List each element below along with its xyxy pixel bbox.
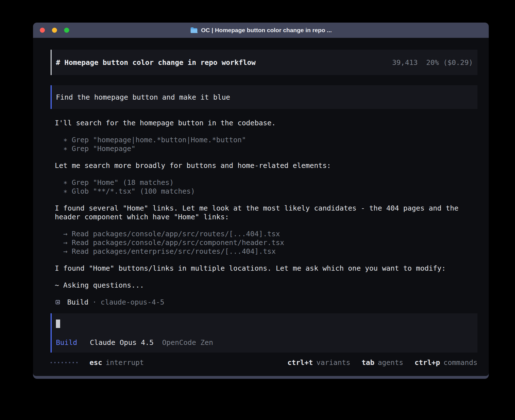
- conversation: I'll search for the homepage button in t…: [51, 119, 477, 307]
- folder-icon: [190, 27, 198, 33]
- provider-label: OpenCode Zen: [162, 338, 213, 347]
- window-title-group: OC | Homepage button color change in rep…: [190, 27, 332, 34]
- status-left: escinterrupt: [51, 358, 144, 367]
- tool-call-glob: ∗ Glob "**/*.tsx" (100 matches): [51, 187, 477, 196]
- user-message-text: Find the homepage button and make it blu…: [56, 93, 230, 101]
- user-message: Find the homepage button and make it blu…: [51, 85, 477, 109]
- tool-call-read: → Read packages/console/app/src/componen…: [51, 238, 477, 247]
- session-stats: 39,413 20% ($0.29): [392, 58, 473, 67]
- agent-name: Build: [67, 298, 88, 306]
- shortcut-agents: tabagents: [362, 358, 403, 367]
- input-meta: Build Claude Opus 4.5 OpenCode Zen: [56, 338, 473, 347]
- shortcut-key: ctrl+p: [414, 358, 440, 367]
- terminal-content: # Homepage button color change in repo w…: [33, 38, 489, 376]
- assistant-status-text: ~ Asking questions...: [51, 281, 477, 290]
- terminal-window: OC | Homepage button color change in rep…: [33, 23, 489, 379]
- zoom-button[interactable]: [64, 28, 69, 33]
- traffic-lights: [40, 23, 76, 38]
- shortcut-key: tab: [362, 358, 374, 367]
- build-agent-icon: [56, 300, 60, 304]
- model-label: Claude Opus 4.5: [90, 338, 154, 347]
- status-bar: escinterrupt ctrl+tvariants tabagents ct…: [51, 358, 477, 367]
- shortcut-variants: ctrl+tvariants: [287, 358, 350, 367]
- close-button[interactable]: [40, 28, 45, 33]
- agent-separator: ·: [92, 298, 97, 306]
- shortcut-label: interrupt: [106, 358, 144, 367]
- assistant-text: I found "Home" buttons/links in multiple…: [51, 264, 477, 273]
- shortcut-key: esc: [90, 358, 102, 367]
- tool-call-grep: ∗ Grep "Home" (18 matches): [51, 178, 477, 187]
- input-cursor: [56, 320, 60, 328]
- assistant-text: I'll search for the homepage button in t…: [51, 119, 477, 127]
- agent-model: claude-opus-4-5: [101, 298, 164, 306]
- session-header: # Homepage button color change in repo w…: [51, 50, 477, 75]
- tool-call-read: → Read packages/console/app/src/routes/[…: [51, 229, 477, 238]
- assistant-text: Let me search more broadly for buttons a…: [51, 161, 477, 170]
- shortcut-label: commands: [444, 358, 477, 367]
- mode-label: Build: [56, 338, 77, 347]
- tool-call-grep: ∗ Grep "homepage|home.*button|Home.*butt…: [51, 135, 477, 144]
- shortcut-label: variants: [316, 358, 350, 367]
- prompt-input[interactable]: Build Claude Opus 4.5 OpenCode Zen: [51, 313, 477, 353]
- window-title: OC | Homepage button color change in rep…: [201, 27, 332, 34]
- status-right: ctrl+tvariants tabagents ctrl+pcommands: [287, 358, 477, 367]
- session-title: # Homepage button color change in repo w…: [56, 58, 256, 67]
- shortcut-label: agents: [378, 358, 403, 367]
- shortcut-interrupt: escinterrupt: [90, 358, 144, 367]
- minimize-button[interactable]: [52, 28, 57, 33]
- progress-dots: [51, 362, 78, 363]
- assistant-text: I found several "Home" links. Let me loo…: [51, 204, 477, 221]
- input-line[interactable]: [56, 320, 473, 329]
- tool-call-read: → Read packages/enterprise/src/routes/[.…: [51, 247, 477, 256]
- tool-call-grep: ∗ Grep "Homepage": [51, 144, 477, 153]
- titlebar: OC | Homepage button color change in rep…: [33, 23, 489, 38]
- shortcut-key: ctrl+t: [287, 358, 313, 367]
- shortcut-commands: ctrl+pcommands: [414, 358, 477, 367]
- agent-status: Build · claude-opus-4-5: [51, 298, 477, 307]
